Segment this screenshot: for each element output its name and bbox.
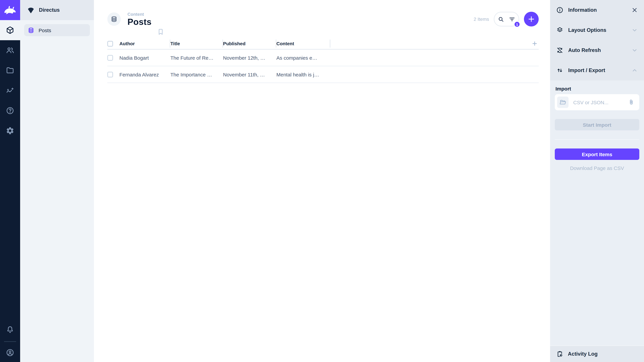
download-csv-link[interactable]: Download Page as CSV xyxy=(555,165,639,171)
clipboard-clock-icon xyxy=(556,350,564,358)
folder-open-icon xyxy=(557,96,568,108)
module-settings[interactable] xyxy=(0,121,20,141)
import-label: Import xyxy=(556,86,639,91)
column-header-author[interactable]: Author xyxy=(120,38,170,49)
database-icon xyxy=(28,27,34,34)
module-documentation[interactable] xyxy=(0,100,20,121)
layers-icon xyxy=(556,26,564,34)
bell-icon xyxy=(6,326,14,334)
add-column-button[interactable] xyxy=(531,40,538,47)
module-file-library[interactable] xyxy=(0,60,20,80)
sidebar-section-import-export[interactable]: Import / Export xyxy=(550,60,644,80)
row-checkbox[interactable] xyxy=(107,71,113,77)
collection-icon-circle[interactable] xyxy=(107,12,121,26)
cell-content: Mental health is j… xyxy=(276,71,330,77)
chevron-down-icon[interactable] xyxy=(631,47,638,54)
sidebar-section-layout-options[interactable]: Layout Options xyxy=(550,20,644,40)
nav-item-label: Posts xyxy=(38,27,51,33)
project-name: Directus xyxy=(39,7,60,13)
start-import-button[interactable]: Start Import xyxy=(555,119,639,130)
nav-item-posts[interactable]: Posts xyxy=(24,24,90,36)
plus-icon xyxy=(527,15,535,23)
column-header-title[interactable]: Title xyxy=(170,38,223,49)
chevron-down-icon[interactable] xyxy=(631,27,638,33)
activity-log-button[interactable]: Activity Log xyxy=(550,345,644,362)
import-file-input[interactable]: CSV or JSON... xyxy=(555,94,639,110)
column-header-published[interactable]: Published xyxy=(223,38,276,49)
page-title: Posts xyxy=(128,17,152,26)
cell-title: The Importance … xyxy=(170,71,223,77)
paperclip-icon xyxy=(628,99,634,106)
directus-rabbit-icon xyxy=(4,5,16,15)
navigation-sidebar: Directus Posts xyxy=(20,0,94,362)
search-icon[interactable] xyxy=(498,15,504,23)
module-content[interactable] xyxy=(0,20,20,40)
column-separator[interactable] xyxy=(330,39,330,48)
filter-count-badge[interactable]: 1 xyxy=(514,21,520,27)
select-all-checkbox[interactable] xyxy=(107,41,113,46)
main-content: Content Posts 2 Items xyxy=(94,0,550,362)
cell-author: Fernanda Alvarez xyxy=(120,71,170,77)
sidebar-panel: Information Layout Options xyxy=(550,0,644,362)
items-table: Author Title Published Content xyxy=(107,38,539,83)
close-icon[interactable] xyxy=(631,7,638,13)
help-icon xyxy=(6,106,14,115)
add-item-button[interactable] xyxy=(524,12,539,26)
file-input-placeholder: CSV or JSON... xyxy=(573,99,628,105)
folder-icon xyxy=(6,66,14,75)
info-icon xyxy=(556,6,564,14)
notifications-button[interactable] xyxy=(0,320,20,340)
section-label: Information xyxy=(568,7,626,13)
import-export-body: Import CSV or JSON... Start Import E xyxy=(550,80,644,171)
gear-icon xyxy=(6,126,14,135)
cell-title: The Future of Re… xyxy=(170,55,223,60)
plus-icon xyxy=(531,40,538,47)
activity-log-label: Activity Log xyxy=(568,351,598,357)
section-label: Layout Options xyxy=(568,27,626,33)
fan-logo-icon xyxy=(27,6,35,14)
sidebar-section-auto-refresh[interactable]: Auto Refresh xyxy=(550,40,644,60)
module-bar-divider xyxy=(4,341,16,342)
sidebar-section-information[interactable]: Information xyxy=(550,0,644,20)
cell-content: As companies e… xyxy=(276,55,330,60)
table-header-row: Author Title Published Content xyxy=(107,38,539,50)
cell-author: Nadia Bogart xyxy=(120,55,170,60)
title-block: Content Posts xyxy=(128,12,152,26)
insights-icon xyxy=(6,86,14,95)
project-header[interactable]: Directus xyxy=(20,0,94,20)
breadcrumb[interactable]: Content xyxy=(128,12,152,16)
chevron-up-icon[interactable] xyxy=(631,67,638,74)
row-checkbox[interactable] xyxy=(107,55,113,60)
column-header-content[interactable]: Content xyxy=(276,38,330,49)
panel-divider xyxy=(555,139,639,140)
items-count: 2 Items xyxy=(474,16,489,22)
section-label: Auto Refresh xyxy=(568,47,626,53)
database-icon xyxy=(110,15,118,23)
directus-app: Directus Posts xyxy=(0,0,644,362)
search-filter-pill: 1 xyxy=(494,12,519,26)
module-user-directory[interactable] xyxy=(0,40,20,60)
users-icon xyxy=(6,46,14,55)
filter-icon[interactable] xyxy=(508,15,516,23)
box-icon xyxy=(6,26,14,34)
module-insights[interactable] xyxy=(0,80,20,100)
module-bar xyxy=(0,0,20,362)
table-row[interactable]: Nadia Bogart The Future of Re… November … xyxy=(107,50,539,66)
table-row[interactable]: Fernanda Alvarez The Importance … Novemb… xyxy=(107,66,539,83)
page-header: Content Posts 2 Items xyxy=(94,0,550,38)
import-export-icon xyxy=(556,67,564,74)
sync-disabled-icon xyxy=(556,46,564,54)
account-circle-icon xyxy=(6,348,14,357)
section-label: Import / Export xyxy=(568,67,626,73)
directus-logo-button[interactable] xyxy=(0,0,20,20)
cell-published: November 12th, … xyxy=(223,55,276,60)
account-button[interactable] xyxy=(0,343,20,362)
export-items-button[interactable]: Export Items xyxy=(555,148,639,160)
cell-published: November 11th, … xyxy=(223,71,276,77)
bookmark-icon[interactable] xyxy=(157,28,164,35)
